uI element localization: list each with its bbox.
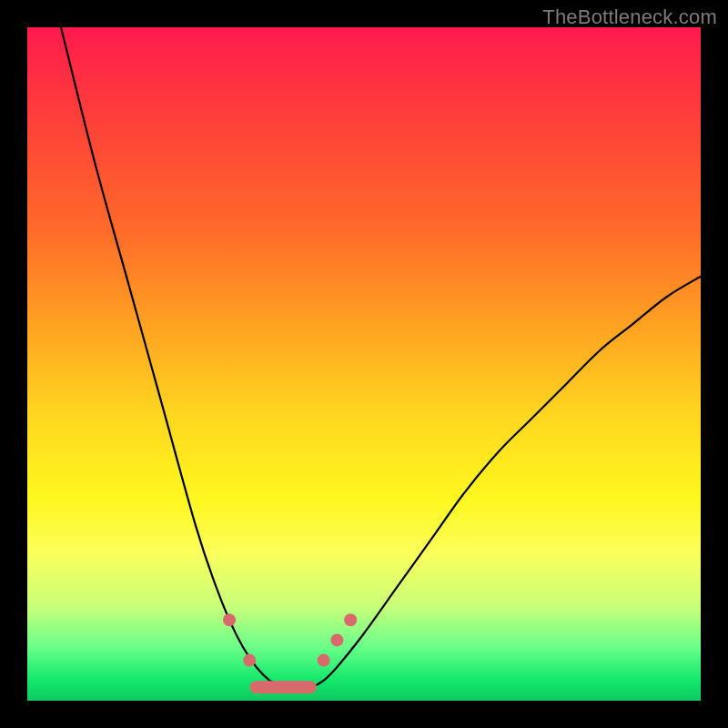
watermark-text: TheBottleneck.com (542, 5, 717, 29)
marker-group (223, 613, 357, 666)
curve-marker (243, 654, 256, 667)
curve-marker (344, 613, 357, 626)
chart-frame: TheBottleneck.com (0, 0, 728, 728)
curve-marker (330, 633, 343, 646)
plot-area (27, 27, 701, 701)
curve-marker (223, 613, 236, 626)
curve-svg (27, 27, 701, 701)
bottleneck-curve (61, 27, 701, 688)
curve-marker (318, 654, 330, 667)
